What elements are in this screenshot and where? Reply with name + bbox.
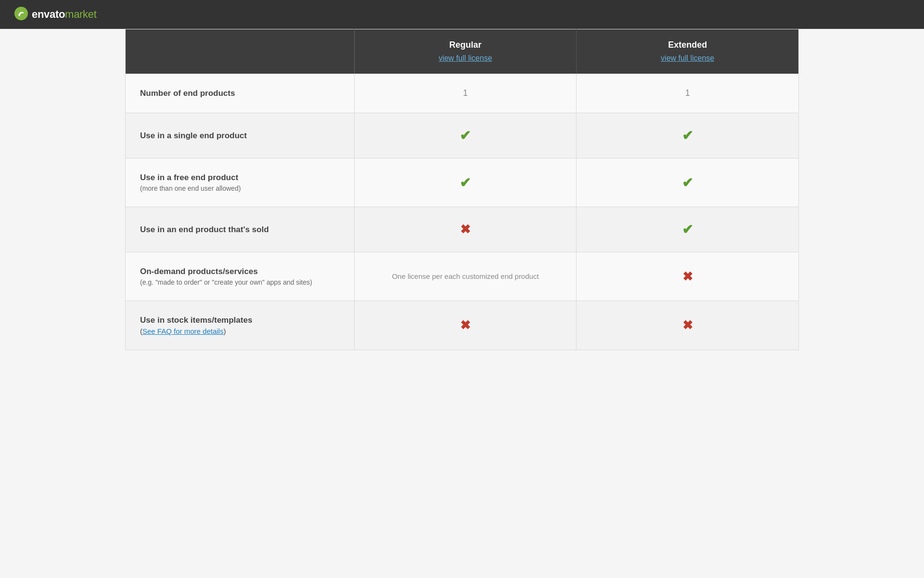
extended-cell: ✔ (577, 158, 799, 207)
number-value: 1 (463, 88, 468, 98)
feature-label: On-demand products/services (140, 267, 258, 276)
regular-view-full-license-link[interactable]: view full license (438, 54, 492, 62)
regular-cell: 1 (354, 74, 577, 113)
navbar: envatomarket (0, 0, 924, 29)
feature-label: Use in a single end product (140, 131, 247, 140)
regular-cell: ✔ (354, 158, 577, 207)
extended-cell: ✖ (577, 252, 799, 301)
check-icon: ✔ (460, 128, 471, 144)
feature-sublabel: (more than one end user allowed) (140, 184, 345, 192)
feature-cell: Use in an end product that's sold (126, 207, 355, 252)
feature-label: Use in stock items/templates (140, 315, 252, 325)
logo-text: envatomarket (32, 8, 97, 21)
table-row: Use in stock items/templates(See FAQ for… (126, 301, 799, 350)
header-feature-col (126, 29, 355, 74)
feature-label: Use in an end product that's sold (140, 225, 269, 234)
extended-cell: ✖ (577, 301, 799, 350)
table-row: Use in a single end product✔✔ (126, 113, 799, 158)
check-icon: ✔ (460, 175, 471, 191)
header-extended-col: Extended view full license (577, 29, 799, 74)
header-regular-col: Regular view full license (354, 29, 577, 74)
extended-cell: ✔ (577, 113, 799, 158)
regular-cell: ✖ (354, 207, 577, 252)
table-header-row: Regular view full license Extended view … (126, 29, 799, 74)
feature-cell: Use in stock items/templates(See FAQ for… (126, 301, 355, 350)
feature-cell: Number of end products (126, 74, 355, 113)
license-note: One license per each customized end prod… (392, 272, 539, 280)
check-icon: ✔ (682, 128, 693, 144)
feature-label: Number of end products (140, 89, 235, 98)
faq-link[interactable]: See FAQ for more details (142, 327, 223, 335)
faq-link-wrapper: (See FAQ for more details) (140, 327, 345, 335)
table-row: Use in a free end product(more than one … (126, 158, 799, 207)
check-icon: ✔ (682, 175, 693, 191)
license-comparison-table-wrapper: Regular view full license Extended view … (0, 29, 924, 350)
regular-label: Regular (364, 40, 567, 50)
extended-view-full-license-link[interactable]: view full license (661, 54, 714, 62)
table-row: Use in an end product that's sold✖✔ (126, 207, 799, 252)
feature-cell: Use in a free end product(more than one … (126, 158, 355, 207)
number-value: 1 (685, 88, 690, 98)
check-icon: ✔ (682, 222, 693, 237)
feature-sublabel: (e.g. "made to order" or "create your ow… (140, 278, 345, 286)
cross-icon: ✖ (460, 222, 471, 237)
feature-cell: Use in a single end product (126, 113, 355, 158)
extended-cell: ✔ (577, 207, 799, 252)
feature-label: Use in a free end product (140, 173, 238, 182)
extended-cell: 1 (577, 74, 799, 113)
regular-cell: One license per each customized end prod… (354, 252, 577, 301)
envato-leaf-icon (14, 7, 28, 22)
comparison-table: Regular view full license Extended view … (125, 29, 799, 350)
extended-label: Extended (586, 40, 789, 50)
regular-cell: ✔ (354, 113, 577, 158)
feature-cell: On-demand products/services(e.g. "made t… (126, 252, 355, 301)
cross-icon: ✖ (682, 318, 693, 333)
logo: envatomarket (14, 7, 97, 22)
table-row: On-demand products/services(e.g. "made t… (126, 252, 799, 301)
cross-icon: ✖ (460, 318, 471, 333)
table-row: Number of end products11 (126, 74, 799, 113)
cross-icon: ✖ (682, 269, 693, 284)
regular-cell: ✖ (354, 301, 577, 350)
